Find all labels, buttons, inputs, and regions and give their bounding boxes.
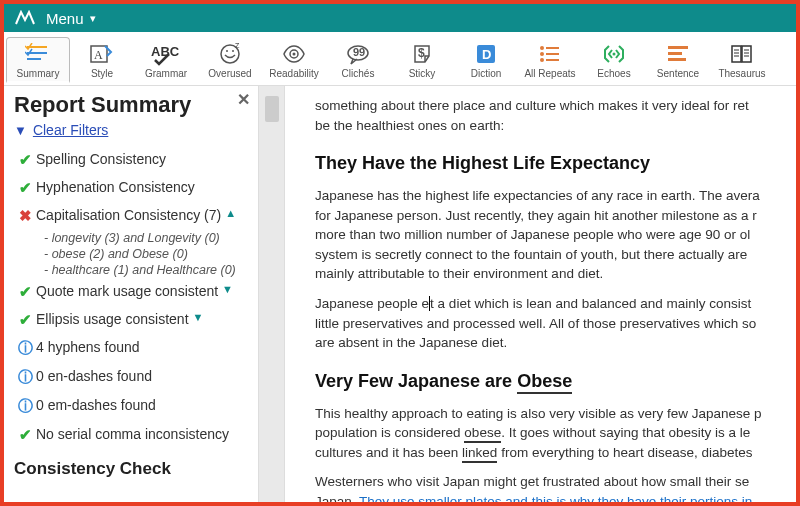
check-capitalisation[interactable]: ✖Capitalisation Consistency (7)▲ — [14, 202, 258, 230]
check-icon: ✔ — [14, 283, 36, 301]
check-quotes[interactable]: ✔Quote mark usage consistent▼ — [14, 278, 258, 306]
svg-rect-25 — [668, 52, 682, 55]
svg-text:D: D — [482, 47, 491, 62]
cliches-icon: 99 — [345, 40, 371, 68]
flagged-phrase[interactable]: They use smaller plates and this is why … — [359, 494, 752, 502]
svg-point-11 — [293, 53, 296, 56]
svg-text:z: z — [235, 42, 240, 50]
paragraph: This healthy approach to eating is also … — [315, 404, 796, 463]
sidebar: ✕ Report Summary ▼ Clear Filters ✔Spelli… — [4, 86, 259, 502]
flagged-word[interactable]: obese — [464, 425, 501, 443]
heading: Very Few Japanese are Obese — [315, 371, 796, 392]
svg-text:99: 99 — [353, 46, 365, 58]
overused-icon: z — [217, 40, 243, 68]
svg-point-17 — [540, 46, 544, 50]
paragraph: Japanese people et a diet which is lean … — [315, 294, 796, 353]
sub-item[interactable]: - obese (2) and Obese (0) — [44, 246, 258, 262]
svg-point-19 — [540, 52, 544, 56]
section-consistency: Consistency Check — [14, 459, 258, 479]
info-hyphens[interactable]: ⓘ4 hyphens found — [14, 334, 258, 363]
check-serialcomma[interactable]: ✔No serial comma inconsistency — [14, 421, 258, 449]
document-view[interactable]: something about there place and culture … — [285, 86, 796, 502]
summary-icon — [25, 40, 51, 68]
expand-icon[interactable]: ▼ — [222, 283, 233, 295]
capitalisation-details: - longevity (3) and Longevity (0) - obes… — [14, 230, 258, 278]
toolbar-thesaurus[interactable]: Thesaurus — [710, 38, 774, 81]
check-icon: ✔ — [14, 426, 36, 444]
flagged-word[interactable]: Obese — [517, 371, 572, 394]
check-spelling[interactable]: ✔Spelling Consistency — [14, 146, 258, 174]
paragraph: Westerners who visit Japan might get fru… — [315, 472, 796, 502]
paragraph: something about there place and culture … — [315, 96, 796, 135]
check-icon: ✔ — [14, 311, 36, 329]
sub-item[interactable]: - healthcare (1) and Healthcare (0) — [44, 262, 258, 278]
chevron-down-icon: ▾ — [90, 12, 96, 25]
svg-text:A: A — [94, 48, 103, 62]
svg-rect-28 — [742, 46, 751, 62]
style-icon: A — [89, 40, 115, 68]
toolbar-sticky[interactable]: $ Sticky — [390, 38, 454, 81]
info-emdashes[interactable]: ⓘ0 em-dashes found — [14, 392, 258, 421]
info-icon: ⓘ — [14, 397, 36, 416]
toolbar-echoes[interactable]: Echoes — [582, 38, 646, 81]
info-endashes[interactable]: ⓘ0 en-dashes found — [14, 363, 258, 392]
expand-icon[interactable]: ▼ — [193, 311, 204, 323]
minimap-thumb[interactable] — [265, 96, 279, 122]
check-icon: ✔ — [14, 151, 36, 169]
check-icon: ✔ — [14, 179, 36, 197]
svg-rect-26 — [668, 58, 686, 61]
toolbar-style[interactable]: A Style — [70, 38, 134, 81]
close-icon[interactable]: ✕ — [237, 90, 250, 109]
report-title: Report Summary — [14, 92, 258, 118]
filter-icon: ▼ — [14, 123, 27, 138]
diction-icon: D — [473, 40, 499, 68]
menubar: Menu ▾ — [4, 4, 796, 32]
repeats-icon — [537, 40, 563, 68]
sentence-icon — [665, 40, 691, 68]
collapse-icon[interactable]: ▲ — [225, 207, 236, 219]
toolbar-overused[interactable]: z Overused — [198, 38, 262, 81]
paragraph: Japanese has the highest life expectanci… — [315, 186, 796, 284]
readability-icon — [281, 40, 307, 68]
error-icon: ✖ — [14, 207, 36, 225]
sub-item[interactable]: - longevity (3) and Longevity (0) — [44, 230, 258, 246]
toolbar-summary[interactable]: Summary — [6, 37, 70, 83]
toolbar-allrepeats[interactable]: All Repeats — [518, 38, 582, 81]
thesaurus-icon — [729, 40, 755, 68]
svg-rect-27 — [732, 46, 741, 62]
svg-text:$: $ — [418, 46, 425, 60]
minimap-gutter[interactable] — [259, 86, 285, 502]
svg-rect-24 — [668, 46, 688, 49]
flagged-word[interactable]: linked — [462, 445, 497, 463]
check-ellipsis[interactable]: ✔Ellipsis usage consistent▼ — [14, 306, 258, 334]
toolbar-sentence[interactable]: Sentence — [646, 38, 710, 81]
svg-point-23 — [613, 53, 616, 56]
check-hyphenation[interactable]: ✔Hyphenation Consistency — [14, 174, 258, 202]
echoes-icon — [601, 40, 627, 68]
app-logo-icon — [14, 9, 36, 27]
clear-filters-link[interactable]: Clear Filters — [33, 122, 108, 138]
info-icon: ⓘ — [14, 368, 36, 387]
toolbar-diction[interactable]: D Diction — [454, 38, 518, 81]
toolbar-cliches[interactable]: 99 Clichés — [326, 38, 390, 81]
svg-point-21 — [540, 58, 544, 62]
grammar-icon: ABC — [151, 40, 181, 68]
toolbar-grammar[interactable]: ABC Grammar — [134, 38, 198, 81]
heading: They Have the Highest Life Expectancy — [315, 153, 796, 174]
menu-button[interactable]: Menu — [46, 10, 84, 27]
sticky-icon: $ — [409, 40, 435, 68]
toolbar: Summary A Style ABC Grammar z Overused R… — [4, 32, 796, 86]
toolbar-readability[interactable]: Readability — [262, 38, 326, 81]
info-icon: ⓘ — [14, 339, 36, 358]
